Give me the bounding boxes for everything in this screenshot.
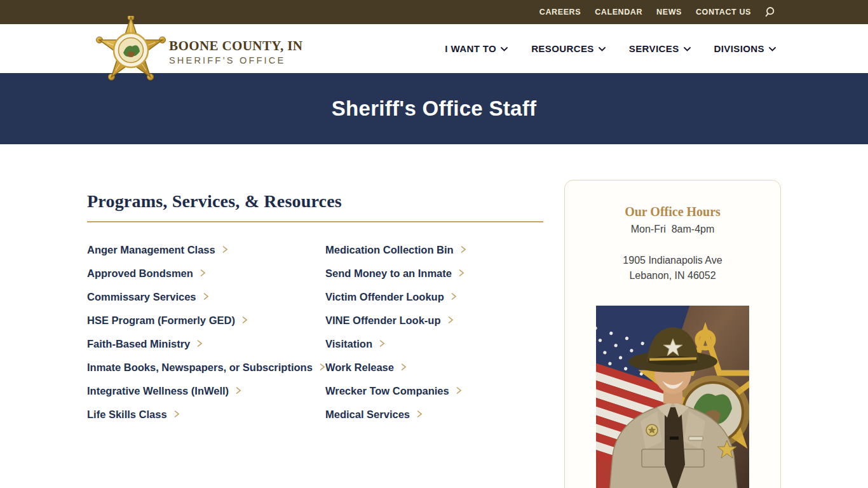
program-links: Anger Management ClassApproved BondsmenC… xyxy=(87,241,543,430)
chevron-down-icon xyxy=(599,47,606,51)
chevron-right-icon xyxy=(401,363,407,371)
program-link[interactable]: Faith-Based Ministry xyxy=(87,336,325,353)
program-link-label: Victim Offender Lookup xyxy=(325,291,444,302)
program-link[interactable]: Commissary Services xyxy=(87,288,325,306)
program-link[interactable]: Work Release xyxy=(325,359,543,376)
program-link-label: Medical Services xyxy=(325,409,410,420)
nav-item-services[interactable]: SERVICES xyxy=(629,43,691,54)
nav-label: DIVISIONS xyxy=(714,43,764,54)
program-link-label: Send Money to an Inmate xyxy=(325,268,452,279)
site-header: BOONE COUNTY, IN SHERIFF’S OFFICE I WANT… xyxy=(0,24,868,73)
program-link[interactable]: Send Money to an Inmate xyxy=(325,265,543,282)
program-link[interactable]: Medical Services xyxy=(325,406,543,423)
section-heading: Programs, Services, & Resources xyxy=(87,191,543,212)
search-icon[interactable] xyxy=(765,6,776,18)
program-link-label: Medication Collection Bin xyxy=(325,244,454,255)
program-link[interactable]: Wrecker Tow Companies xyxy=(325,383,543,400)
chevron-down-icon xyxy=(769,47,776,51)
chevron-right-icon xyxy=(448,316,454,324)
brand-name: BOONE COUNTY, IN xyxy=(169,38,302,54)
chevron-right-icon xyxy=(200,269,206,277)
topbar-link-calendar[interactable]: CALENDAR xyxy=(595,8,642,17)
program-link-label: Life Skills Class xyxy=(87,409,167,420)
program-link-label: Anger Management Class xyxy=(87,244,215,255)
program-links-column-1: Anger Management ClassApproved BondsmenC… xyxy=(87,241,325,430)
topbar-link-careers[interactable]: CAREERS xyxy=(539,8,581,17)
main-navigation: I WANT TO RESOURCES SERVICES DIVISIONS xyxy=(445,24,776,73)
program-link[interactable]: Life Skills Class xyxy=(87,406,325,423)
address-line-2: Lebanon, IN 46052 xyxy=(565,268,780,283)
program-link-label: Faith-Based Ministry xyxy=(87,338,190,349)
program-link-label: Approved Bondsmen xyxy=(87,268,193,279)
program-link-label: HSE Program (Formerly GED) xyxy=(87,315,235,326)
sheriff-portrait-photo xyxy=(596,306,749,488)
brand-subtitle: SHERIFF’S OFFICE xyxy=(169,55,302,65)
chevron-right-icon xyxy=(197,339,203,348)
chevron-right-icon xyxy=(174,410,180,418)
program-link-label: Inmate Books, Newspapers, or Subscriptio… xyxy=(87,362,313,373)
chevron-right-icon xyxy=(203,292,209,301)
program-link-label: Visitation xyxy=(325,338,372,349)
chevron-right-icon xyxy=(379,339,385,348)
chevron-right-icon xyxy=(417,410,423,418)
chevron-right-icon xyxy=(320,363,325,371)
nav-label: SERVICES xyxy=(629,43,679,54)
program-links-column-2: Medication Collection BinSend Money to a… xyxy=(325,241,543,430)
topbar-link-contact-us[interactable]: CONTACT US xyxy=(696,8,751,17)
chevron-right-icon xyxy=(459,269,465,277)
sheriff-star-badge-logo[interactable] xyxy=(94,16,168,85)
topbar-link-news[interactable]: NEWS xyxy=(656,8,682,17)
chevron-right-icon xyxy=(242,316,248,324)
program-link-label: Work Release xyxy=(325,362,394,373)
chevron-right-icon xyxy=(222,245,228,254)
program-link[interactable]: Integrative Wellness (InWell) xyxy=(87,383,325,400)
chevron-right-icon xyxy=(456,386,462,395)
program-link[interactable]: Approved Bondsmen xyxy=(87,265,325,282)
chevron-right-icon xyxy=(236,386,241,395)
programs-section: Programs, Services, & Resources Anger Ma… xyxy=(87,191,543,430)
program-link[interactable]: Visitation xyxy=(325,336,543,353)
address-line-1: 1905 Indianapolis Ave xyxy=(565,253,780,268)
chevron-down-icon xyxy=(501,47,508,51)
office-hours-value: Mon-Fri 8am-4pm xyxy=(565,224,780,235)
chevron-right-icon xyxy=(461,245,466,254)
program-link-label: Wrecker Tow Companies xyxy=(325,385,449,396)
gold-divider xyxy=(87,221,543,222)
office-address: 1905 Indianapolis Ave Lebanon, IN 46052 xyxy=(565,253,780,283)
nav-item-divisions[interactable]: DIVISIONS xyxy=(714,43,776,54)
nav-item-i-want-to[interactable]: I WANT TO xyxy=(445,43,508,54)
program-link[interactable]: Victim Offender Lookup xyxy=(325,288,543,306)
nav-label: I WANT TO xyxy=(445,43,496,54)
brand-wordmark[interactable]: BOONE COUNTY, IN SHERIFF’S OFFICE xyxy=(169,38,302,65)
office-hours-card: Our Office Hours Mon-Fri 8am-4pm 1905 In… xyxy=(564,180,781,488)
program-link[interactable]: Anger Management Class xyxy=(87,241,325,259)
program-link[interactable]: HSE Program (Formerly GED) xyxy=(87,312,325,329)
office-hours-heading: Our Office Hours xyxy=(565,205,780,219)
program-link-label: Integrative Wellness (InWell) xyxy=(87,385,229,396)
program-link-label: VINE Offender Look-up xyxy=(325,315,441,326)
nav-label: RESOURCES xyxy=(531,43,594,54)
program-link-label: Commissary Services xyxy=(87,291,196,302)
chevron-right-icon xyxy=(451,292,457,301)
program-link[interactable]: VINE Offender Look-up xyxy=(325,312,543,329)
program-link[interactable]: Medication Collection Bin xyxy=(325,241,543,259)
program-link[interactable]: Inmate Books, Newspapers, or Subscriptio… xyxy=(87,359,325,376)
page-title: Sheriff's Office Staff xyxy=(332,97,537,121)
chevron-down-icon xyxy=(684,47,691,51)
main-content: Programs, Services, & Resources Anger Ma… xyxy=(0,144,868,488)
nav-item-resources[interactable]: RESOURCES xyxy=(531,43,606,54)
